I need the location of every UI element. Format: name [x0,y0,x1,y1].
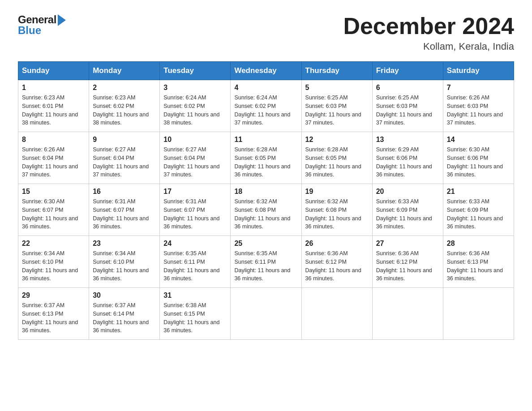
calendar-cell: 18Sunrise: 6:32 AMSunset: 6:08 PMDayligh… [231,184,301,236]
page-header: General Blue December 2024 Kollam, Keral… [18,13,514,52]
calendar-cell: 24Sunrise: 6:35 AMSunset: 6:11 PMDayligh… [160,236,231,288]
day-info: Sunrise: 6:27 AMSunset: 6:04 PMDaylight:… [93,146,156,179]
calendar-cell: 2Sunrise: 6:23 AMSunset: 6:02 PMDaylight… [89,80,160,132]
day-number: 20 [376,188,439,196]
day-number: 31 [163,291,227,300]
day-info: Sunrise: 6:37 AMSunset: 6:13 PMDaylight:… [22,301,85,335]
calendar-cell: 6Sunrise: 6:25 AMSunset: 6:03 PMDaylight… [372,80,443,132]
day-number: 7 [447,84,510,92]
calendar-cell: 3Sunrise: 6:24 AMSunset: 6:02 PMDaylight… [160,80,231,132]
calendar-cell: 12Sunrise: 6:28 AMSunset: 6:05 PMDayligh… [301,132,372,184]
calendar-cell: 26Sunrise: 6:36 AMSunset: 6:12 PMDayligh… [301,236,372,288]
day-number: 26 [305,240,369,248]
day-number: 8 [22,136,85,144]
calendar-cell: 29Sunrise: 6:37 AMSunset: 6:13 PMDayligh… [18,288,89,340]
day-info: Sunrise: 6:36 AMSunset: 6:12 PMDaylight:… [376,249,439,283]
col-header-monday: Monday [89,62,160,80]
main-title: December 2024 [343,13,514,39]
calendar-cell: 28Sunrise: 6:36 AMSunset: 6:13 PMDayligh… [443,236,514,288]
calendar-week-4: 22Sunrise: 6:34 AMSunset: 6:10 PMDayligh… [18,236,514,288]
day-number: 19 [305,188,369,196]
title-section: December 2024 Kollam, Kerala, India [343,13,514,52]
calendar-cell: 16Sunrise: 6:31 AMSunset: 6:07 PMDayligh… [89,184,160,236]
col-header-sunday: Sunday [18,62,89,80]
calendar-cell: 20Sunrise: 6:33 AMSunset: 6:09 PMDayligh… [372,184,443,236]
day-info: Sunrise: 6:25 AMSunset: 6:03 PMDaylight:… [305,94,369,127]
day-info: Sunrise: 6:30 AMSunset: 6:06 PMDaylight:… [447,146,510,179]
day-info: Sunrise: 6:28 AMSunset: 6:05 PMDaylight:… [234,146,297,179]
day-info: Sunrise: 6:23 AMSunset: 6:01 PMDaylight:… [22,94,85,127]
calendar-cell: 13Sunrise: 6:29 AMSunset: 6:06 PMDayligh… [372,132,443,184]
calendar-cell: 22Sunrise: 6:34 AMSunset: 6:10 PMDayligh… [18,236,89,288]
day-info: Sunrise: 6:26 AMSunset: 6:03 PMDaylight:… [447,94,510,127]
calendar-cell: 11Sunrise: 6:28 AMSunset: 6:05 PMDayligh… [231,132,301,184]
calendar-cell: 10Sunrise: 6:27 AMSunset: 6:04 PMDayligh… [160,132,231,184]
calendar-week-1: 1Sunrise: 6:23 AMSunset: 6:01 PMDaylight… [18,80,514,132]
calendar-cell: 7Sunrise: 6:26 AMSunset: 6:03 PMDaylight… [443,80,514,132]
subtitle: Kollam, Kerala, India [343,41,514,52]
col-header-wednesday: Wednesday [231,62,301,80]
day-number: 28 [447,240,510,248]
calendar-cell: 5Sunrise: 6:25 AMSunset: 6:03 PMDaylight… [301,80,372,132]
day-number: 4 [234,84,297,92]
day-number: 14 [447,136,510,144]
calendar-cell: 27Sunrise: 6:36 AMSunset: 6:12 PMDayligh… [372,236,443,288]
day-info: Sunrise: 6:38 AMSunset: 6:15 PMDaylight:… [163,301,227,335]
day-number: 1 [22,84,85,92]
calendar-cell [231,288,301,340]
day-number: 24 [163,240,227,248]
calendar-week-2: 8Sunrise: 6:26 AMSunset: 6:04 PMDaylight… [18,132,514,184]
calendar-cell: 15Sunrise: 6:30 AMSunset: 6:07 PMDayligh… [18,184,89,236]
day-info: Sunrise: 6:24 AMSunset: 6:02 PMDaylight:… [234,94,297,127]
day-info: Sunrise: 6:34 AMSunset: 6:10 PMDaylight:… [22,249,85,283]
logo-icon [58,14,66,26]
calendar-cell: 25Sunrise: 6:35 AMSunset: 6:11 PMDayligh… [231,236,301,288]
day-info: Sunrise: 6:29 AMSunset: 6:06 PMDaylight:… [376,146,439,179]
calendar-cell: 30Sunrise: 6:37 AMSunset: 6:14 PMDayligh… [89,288,160,340]
day-info: Sunrise: 6:25 AMSunset: 6:03 PMDaylight:… [376,94,439,127]
day-info: Sunrise: 6:36 AMSunset: 6:12 PMDaylight:… [305,249,369,283]
calendar-cell: 14Sunrise: 6:30 AMSunset: 6:06 PMDayligh… [443,132,514,184]
day-number: 18 [234,188,297,196]
day-number: 3 [163,84,227,92]
day-info: Sunrise: 6:33 AMSunset: 6:09 PMDaylight:… [447,197,510,231]
day-number: 25 [234,240,297,248]
calendar-cell: 17Sunrise: 6:31 AMSunset: 6:07 PMDayligh… [160,184,231,236]
calendar-cell: 21Sunrise: 6:33 AMSunset: 6:09 PMDayligh… [443,184,514,236]
day-number: 13 [376,136,439,144]
day-number: 15 [22,188,85,196]
day-info: Sunrise: 6:36 AMSunset: 6:13 PMDaylight:… [447,249,510,283]
day-number: 29 [22,291,85,300]
day-info: Sunrise: 6:27 AMSunset: 6:04 PMDaylight:… [163,146,227,179]
logo-blue-text: Blue [18,24,41,37]
day-info: Sunrise: 6:31 AMSunset: 6:07 PMDaylight:… [93,197,156,231]
day-number: 17 [163,188,227,196]
day-info: Sunrise: 6:37 AMSunset: 6:14 PMDaylight:… [93,301,156,335]
calendar-cell: 19Sunrise: 6:32 AMSunset: 6:08 PMDayligh… [301,184,372,236]
col-header-saturday: Saturday [443,62,514,80]
day-info: Sunrise: 6:23 AMSunset: 6:02 PMDaylight:… [93,94,156,127]
col-header-tuesday: Tuesday [160,62,231,80]
day-info: Sunrise: 6:34 AMSunset: 6:10 PMDaylight:… [93,249,156,283]
day-info: Sunrise: 6:33 AMSunset: 6:09 PMDaylight:… [376,197,439,231]
calendar-cell: 31Sunrise: 6:38 AMSunset: 6:15 PMDayligh… [160,288,231,340]
day-number: 23 [93,240,156,248]
day-number: 22 [22,240,85,248]
day-info: Sunrise: 6:24 AMSunset: 6:02 PMDaylight:… [163,94,227,127]
day-info: Sunrise: 6:32 AMSunset: 6:08 PMDaylight:… [234,197,297,231]
calendar-cell: 9Sunrise: 6:27 AMSunset: 6:04 PMDaylight… [89,132,160,184]
logo: General Blue [18,13,66,37]
calendar-cell [443,288,514,340]
day-number: 21 [447,188,510,196]
day-info: Sunrise: 6:30 AMSunset: 6:07 PMDaylight:… [22,197,85,231]
day-number: 2 [93,84,156,92]
calendar-cell: 23Sunrise: 6:34 AMSunset: 6:10 PMDayligh… [89,236,160,288]
day-number: 30 [93,291,156,300]
day-info: Sunrise: 6:28 AMSunset: 6:05 PMDaylight:… [305,146,369,179]
day-number: 27 [376,240,439,248]
day-number: 5 [305,84,369,92]
calendar-cell: 1Sunrise: 6:23 AMSunset: 6:01 PMDaylight… [18,80,89,132]
day-number: 16 [93,188,156,196]
calendar-table: Sunday Monday Tuesday Wednesday Thursday… [18,61,514,340]
calendar-cell [372,288,443,340]
